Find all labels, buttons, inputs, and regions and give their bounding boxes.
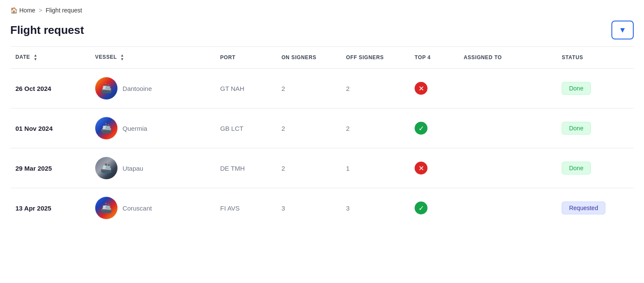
table-row[interactable]: 29 Mar 2025🚢UtapauDE TMH21✕Done: [10, 148, 634, 188]
row-3-vessel: 🚢Coruscant: [90, 188, 215, 228]
row-2-off-signers: 1: [341, 148, 409, 188]
row-0-status: Done: [557, 69, 634, 108]
row-2-vessel: 🚢Utapau: [90, 148, 215, 188]
table-row[interactable]: 26 Oct 2024🚢DantooineGT NAH22✕Done: [10, 69, 634, 108]
row-0-top4: ✕: [409, 69, 458, 108]
vessel-name-1: Quermia: [123, 125, 147, 132]
date-sort-icon[interactable]: ▲▼: [33, 54, 38, 61]
check-icon: ✓: [415, 202, 427, 214]
col-header-off-signers: OFF SIGNERS: [341, 47, 409, 69]
row-2-top4: ✕: [409, 148, 458, 188]
flight-request-table: DATE ▲▼ VESSEL ▲▼ PORT ON SIGNERS OFF SI…: [10, 47, 634, 228]
col-header-status: STATUS: [557, 47, 634, 69]
col-header-date: DATE ▲▼: [10, 47, 90, 69]
ship-icon: 🚢: [100, 163, 112, 174]
home-icon: 🏠: [10, 7, 18, 14]
status-badge: Done: [562, 162, 590, 175]
filter-button[interactable]: ▼: [611, 21, 634, 39]
vessel-avatar-0: 🚢: [95, 77, 117, 99]
vessel-avatar-1: 🚢: [95, 117, 117, 139]
row-1-off-signers: 2: [341, 108, 409, 148]
table-header-row: DATE ▲▼ VESSEL ▲▼ PORT ON SIGNERS OFF SI…: [10, 47, 634, 69]
row-2-date: 29 Mar 2025: [10, 148, 90, 188]
status-badge: Done: [562, 122, 590, 135]
row-1-on-signers: 2: [276, 108, 341, 148]
table-container: DATE ▲▼ VESSEL ▲▼ PORT ON SIGNERS OFF SI…: [0, 47, 644, 228]
row-3-port: FI AVS: [215, 188, 276, 228]
row-1-top4: ✓: [409, 108, 458, 148]
row-0-vessel: 🚢Dantooine: [90, 69, 215, 108]
row-3-date: 13 Apr 2025: [10, 188, 90, 228]
col-header-port: PORT: [215, 47, 276, 69]
vessel-name-2: Utapau: [123, 165, 143, 172]
breadcrumb-current: Flight request: [46, 7, 82, 14]
row-1-port: GB LCT: [215, 108, 276, 148]
breadcrumb-home-link[interactable]: 🏠 Home: [10, 7, 35, 14]
col-header-assigned-to: ASSIGNED TO: [458, 47, 557, 69]
breadcrumb-home-label: Home: [19, 7, 35, 14]
col-header-vessel: VESSEL ▲▼: [90, 47, 215, 69]
vessel-avatar-3: 🚢: [95, 197, 117, 219]
check-icon: ✓: [415, 122, 427, 135]
row-2-port: DE TMH: [215, 148, 276, 188]
vessel-name-3: Coruscant: [123, 205, 152, 212]
filter-icon: ▼: [619, 26, 626, 35]
row-0-port: GT NAH: [215, 69, 276, 108]
status-badge: Requested: [562, 202, 605, 214]
row-3-on-signers: 3: [276, 188, 341, 228]
row-2-status: Done: [557, 148, 634, 188]
row-3-off-signers: 3: [341, 188, 409, 228]
col-header-on-signers: ON SIGNERS: [276, 47, 341, 69]
row-0-on-signers: 2: [276, 69, 341, 108]
col-header-top4: TOP 4: [409, 47, 458, 69]
row-1-vessel: 🚢Quermia: [90, 108, 215, 148]
vessel-avatar-2: 🚢: [95, 157, 117, 179]
table-row[interactable]: 01 Nov 2024🚢QuermiaGB LCT22✓Done: [10, 108, 634, 148]
row-3-status: Requested: [557, 188, 634, 228]
status-badge: Done: [562, 82, 590, 95]
breadcrumb: 🏠 Home > Flight request: [0, 0, 644, 17]
ship-icon: 🚢: [100, 83, 112, 94]
row-3-top4: ✓: [409, 188, 458, 228]
row-0-date: 26 Oct 2024: [10, 69, 90, 108]
breadcrumb-separator: >: [39, 7, 42, 14]
row-1-date: 01 Nov 2024: [10, 108, 90, 148]
vessel-name-0: Dantooine: [123, 85, 152, 92]
table-row[interactable]: 13 Apr 2025🚢CoruscantFI AVS33✓Requested: [10, 188, 634, 228]
page-header: Flight request ▼: [0, 17, 644, 46]
row-3-assigned-to: [458, 188, 557, 228]
vessel-sort-icon[interactable]: ▲▼: [120, 54, 125, 61]
page-title: Flight request: [10, 24, 84, 37]
row-1-assigned-to: [458, 108, 557, 148]
row-2-assigned-to: [458, 148, 557, 188]
row-2-on-signers: 2: [276, 148, 341, 188]
cross-icon: ✕: [415, 82, 427, 95]
row-0-assigned-to: [458, 69, 557, 108]
row-1-status: Done: [557, 108, 634, 148]
row-0-off-signers: 2: [341, 69, 409, 108]
cross-icon: ✕: [415, 162, 427, 175]
ship-icon: 🚢: [100, 202, 112, 214]
ship-icon: 🚢: [100, 123, 112, 134]
